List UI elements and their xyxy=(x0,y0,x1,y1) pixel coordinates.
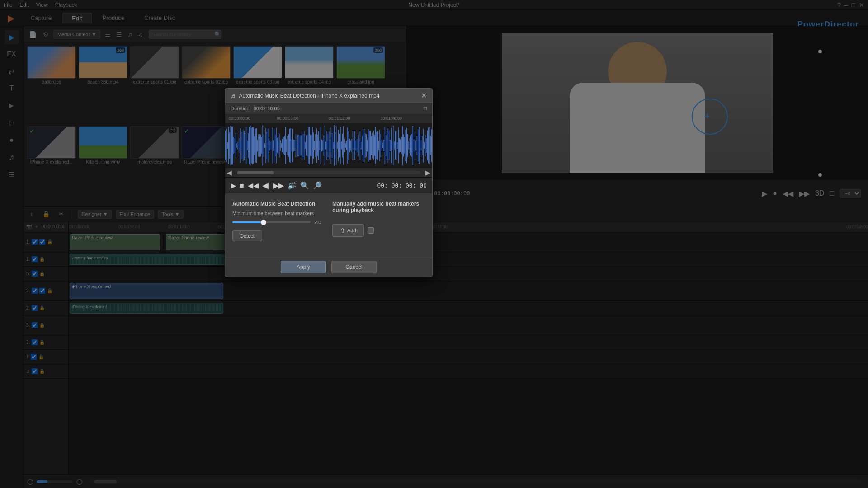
svg-rect-102 xyxy=(331,127,331,164)
svg-rect-93 xyxy=(321,140,322,151)
svg-rect-199 xyxy=(431,129,432,162)
svg-rect-148 xyxy=(378,141,379,150)
svg-rect-184 xyxy=(415,141,416,150)
svg-rect-71 xyxy=(299,135,299,157)
svg-rect-24 xyxy=(250,126,250,165)
waveform-prev-icon[interactable]: ◀ xyxy=(225,169,234,176)
svg-rect-128 xyxy=(358,135,358,157)
svg-rect-79 xyxy=(307,135,307,156)
svg-rect-97 xyxy=(326,141,326,149)
svg-rect-177 xyxy=(408,141,409,150)
svg-rect-192 xyxy=(424,142,425,149)
svg-rect-95 xyxy=(324,135,324,155)
svg-rect-23 xyxy=(249,127,250,164)
transport-time: 00: 00: 00: 00 xyxy=(377,182,427,189)
svg-rect-166 xyxy=(397,142,397,149)
svg-rect-186 xyxy=(418,130,418,162)
svg-rect-6 xyxy=(231,127,232,165)
svg-rect-124 xyxy=(354,141,354,150)
svg-rect-147 xyxy=(377,131,378,160)
svg-rect-198 xyxy=(430,136,430,155)
svg-rect-2 xyxy=(227,142,228,149)
svg-rect-178 xyxy=(410,138,410,153)
waveform-scroll-thumb[interactable] xyxy=(237,171,274,174)
transport-fwd-icon[interactable]: ▶▶ xyxy=(273,181,284,190)
svg-rect-116 xyxy=(345,143,346,148)
svg-rect-58 xyxy=(285,127,286,164)
svg-rect-66 xyxy=(293,140,294,151)
svg-rect-196 xyxy=(428,127,429,163)
svg-rect-108 xyxy=(337,142,337,149)
modal-two-col: Automatic Music Beat Detection Minimum t… xyxy=(232,201,425,241)
modal-music-icon: ♬ xyxy=(231,92,236,99)
svg-rect-180 xyxy=(411,134,412,157)
svg-rect-132 xyxy=(362,136,362,155)
svg-rect-191 xyxy=(423,129,423,162)
svg-rect-135 xyxy=(365,133,365,158)
svg-rect-119 xyxy=(349,131,349,160)
svg-rect-41 xyxy=(268,128,268,162)
svg-rect-140 xyxy=(370,131,371,160)
svg-rect-73 xyxy=(301,135,301,156)
svg-rect-152 xyxy=(382,143,383,148)
transport-play-icon[interactable]: ▶ xyxy=(231,181,236,190)
svg-rect-131 xyxy=(361,142,361,150)
svg-rect-175 xyxy=(406,128,407,164)
svg-rect-173 xyxy=(404,137,405,154)
svg-rect-75 xyxy=(303,134,303,157)
transport-zoom-out-icon[interactable]: 🔍 xyxy=(300,181,309,190)
svg-rect-172 xyxy=(403,134,404,156)
transport-zoom-in-icon[interactable]: 🔎 xyxy=(313,181,322,190)
svg-rect-20 xyxy=(246,127,246,164)
add-label: Add xyxy=(347,228,356,233)
transport-split-icon[interactable]: ◀| xyxy=(262,181,269,190)
detect-button[interactable]: Detect xyxy=(232,230,262,241)
svg-rect-137 xyxy=(367,140,368,151)
svg-rect-157 xyxy=(388,128,388,163)
svg-rect-190 xyxy=(422,136,422,155)
transport-rewind-icon[interactable]: ◀◀ xyxy=(248,181,259,190)
waveform-time-2: 00:01:12:00 xyxy=(329,116,350,121)
add-upload-icon: ⇧ xyxy=(340,227,345,234)
svg-rect-18 xyxy=(244,131,244,160)
add-checkbox[interactable] xyxy=(368,227,374,234)
svg-rect-111 xyxy=(340,127,340,164)
svg-rect-19 xyxy=(245,133,245,158)
svg-rect-164 xyxy=(395,131,396,160)
svg-rect-21 xyxy=(247,141,247,150)
waveform-time-1: 00:00:36:00 xyxy=(277,116,299,121)
waveform-scrollbar[interactable] xyxy=(237,171,420,174)
svg-rect-100 xyxy=(329,131,329,160)
waveform-next-icon[interactable]: ▶ xyxy=(424,169,432,176)
svg-rect-53 xyxy=(280,140,280,151)
svg-rect-187 xyxy=(419,127,419,164)
expand-icon[interactable]: □ xyxy=(424,106,427,111)
svg-rect-81 xyxy=(309,127,309,164)
apply-button[interactable]: Apply xyxy=(281,261,326,273)
svg-rect-76 xyxy=(304,131,304,160)
beat-slider[interactable] xyxy=(232,221,311,223)
modal-transport: ▶ ■ ◀◀ ◀| ▶▶ 🔊 🔍 🔎 00: 00: 00: 00 xyxy=(225,177,432,193)
svg-rect-168 xyxy=(399,138,400,153)
svg-rect-80 xyxy=(308,127,308,164)
add-button[interactable]: ⇧ Add xyxy=(332,224,364,237)
svg-rect-121 xyxy=(350,141,351,151)
transport-stop-icon[interactable]: ■ xyxy=(240,182,244,190)
svg-rect-25 xyxy=(251,128,251,163)
svg-rect-60 xyxy=(287,136,288,155)
waveform-scroll: ◀ ▶ xyxy=(225,168,432,177)
modal-col-manual: Manually add music beat markers during p… xyxy=(332,201,425,241)
svg-rect-31 xyxy=(257,140,258,151)
svg-rect-59 xyxy=(286,139,287,151)
svg-rect-129 xyxy=(359,138,359,153)
svg-rect-118 xyxy=(347,127,348,164)
svg-rect-109 xyxy=(338,130,339,161)
modal-close-icon[interactable]: ✕ xyxy=(421,91,427,100)
manual-section-title: Manually add music beat markers during p… xyxy=(332,201,425,213)
svg-rect-183 xyxy=(415,131,415,159)
svg-rect-107 xyxy=(336,126,336,165)
waveform-canvas xyxy=(225,123,432,168)
transport-vol-icon[interactable]: 🔊 xyxy=(288,181,297,190)
cancel-button[interactable]: Cancel xyxy=(331,261,377,273)
modal-body: Automatic Music Beat Detection Minimum t… xyxy=(225,193,432,257)
